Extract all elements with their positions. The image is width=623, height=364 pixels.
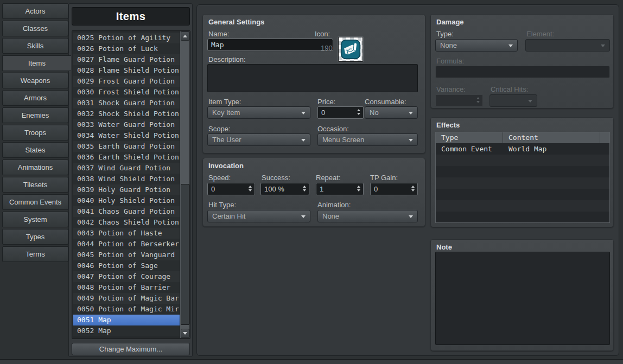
spinner-arrows-icon[interactable] — [249, 186, 252, 191]
effects-row-empty[interactable] — [436, 155, 609, 166]
sidebar-tab-system[interactable]: System — [2, 212, 68, 227]
sidebar-tab-tilesets[interactable]: Tilesets — [2, 177, 68, 193]
items-list-scrollbar[interactable] — [180, 31, 189, 338]
item-row-0046[interactable]: 0046 Potion of Sage — [73, 260, 180, 271]
item-row-0051[interactable]: 0051 Map — [73, 315, 180, 325]
effects-row-0[interactable]: Common EventWorld Map — [436, 143, 609, 155]
item-row-0041[interactable]: 0041 Chaos Guard Potion — [73, 206, 180, 217]
spinner-arrows-icon[interactable] — [411, 186, 415, 191]
scroll-up-button[interactable] — [181, 31, 189, 41]
item-row-0028[interactable]: 0028 Flame Shield Potion — [73, 65, 180, 76]
sidebar-tab-states[interactable]: States — [2, 142, 68, 158]
sidebar-tab-common-events[interactable]: Common Events — [2, 194, 68, 210]
tp-gain-spinner[interactable]: 0 — [370, 183, 418, 195]
icon-picker-button[interactable] — [338, 37, 363, 62]
item-row-0038[interactable]: 0038 Wind Shield Potion — [73, 174, 180, 184]
item-row-0030[interactable]: 0030 Frost Shield Potion — [73, 87, 180, 98]
item-row-0032[interactable]: 0032 Shock Shield Potion — [73, 108, 180, 119]
general-settings-title: General Settings — [208, 18, 264, 26]
damage-title: Damage — [436, 18, 464, 26]
spinner-arrows-icon[interactable] — [303, 186, 306, 191]
name-input[interactable] — [207, 39, 333, 51]
hit-type-dropdown[interactable]: Certain Hit — [207, 210, 310, 222]
effects-row-empty[interactable] — [436, 212, 609, 223]
sidebar-tab-weapons[interactable]: Weapons — [2, 73, 68, 88]
item-row-0031[interactable]: 0031 Shock Guard Potion — [73, 98, 180, 108]
item-row-0049[interactable]: 0049 Potion of Magic Barr… — [73, 293, 180, 304]
note-textarea[interactable] — [435, 252, 610, 345]
scope-dropdown[interactable]: The User — [207, 133, 310, 146]
item-row-0036[interactable]: 0036 Earth Shield Potion — [73, 152, 180, 163]
chevron-down-icon — [301, 112, 306, 114]
sidebar-tab-armors[interactable]: Armors — [2, 90, 68, 106]
item-row-0052[interactable]: 0052 Map — [73, 325, 180, 336]
effects-title: Effects — [436, 121, 460, 129]
sidebar-tab-skills[interactable]: Skills — [2, 38, 68, 54]
scroll-down-icon — [183, 332, 187, 335]
item-row-0047[interactable]: 0047 Potion of Courage — [73, 271, 180, 282]
speed-spinner[interactable]: 0 — [207, 183, 255, 195]
item-row-0033[interactable]: 0033 Water Guard Potion — [73, 119, 180, 130]
item-row-0045[interactable]: 0045 Potion of Vanguard — [73, 250, 180, 260]
item-row-0042[interactable]: 0042 Chaos Shield Potion — [73, 217, 180, 228]
effect-type-cell — [436, 212, 503, 223]
sidebar-tab-terms[interactable]: Terms — [2, 246, 68, 262]
item-row-0050[interactable]: 0050 Potion of Magic Mirror — [73, 304, 180, 315]
sidebar-tab-enemies[interactable]: Enemies — [2, 107, 68, 123]
item-row-0048[interactable]: 0048 Potion of Barrier — [73, 282, 180, 293]
success-label: Success: — [262, 174, 290, 182]
item-row-0039[interactable]: 0039 Holy Guard Potion — [73, 184, 180, 195]
item-type-dropdown[interactable]: Key Item — [207, 106, 310, 119]
item-row-0027[interactable]: 0027 Flame Guard Potion — [73, 54, 180, 65]
item-row-0037[interactable]: 0037 Wind Guard Potion — [73, 163, 180, 174]
spinner-arrows-icon[interactable] — [357, 186, 360, 191]
consumable-label: Consumable: — [365, 98, 406, 106]
price-spinner[interactable]: 0 — [317, 106, 364, 119]
item-row-0026[interactable]: 0026 Potion of Luck — [73, 43, 180, 54]
item-row-0044[interactable]: 0044 Potion of Berserker — [73, 239, 180, 250]
price-label: Price: — [317, 98, 335, 106]
sidebar-tab-actors[interactable]: Actors — [2, 3, 68, 19]
success-spinner[interactable]: 100 % — [260, 183, 309, 195]
item-row-0029[interactable]: 0029 Frost Guard Potion — [73, 76, 180, 87]
occasion-dropdown[interactable]: Menu Screen — [317, 133, 418, 146]
effects-table[interactable]: Type Content Common EventWorld Map — [435, 132, 610, 223]
item-row-0034[interactable]: 0034 Water Shield Potion — [73, 130, 180, 141]
effects-row-empty[interactable] — [436, 189, 609, 200]
repeat-spinner[interactable]: 1 — [316, 183, 364, 195]
sidebar-tab-items[interactable]: Items — [2, 55, 71, 71]
sidebar-tab-types[interactable]: Types — [2, 229, 68, 245]
damage-type-dropdown[interactable]: None — [435, 39, 518, 52]
chevron-down-icon — [301, 139, 306, 142]
sidebar-tab-troops[interactable]: Troops — [2, 125, 68, 141]
general-settings-group: General Settings Name: Icon: 190 Descrip… — [202, 14, 425, 154]
item-row-0025[interactable]: 0025 Potion of Agility — [73, 33, 180, 43]
spinner-arrows-icon — [476, 97, 480, 103]
animation-dropdown[interactable]: None — [317, 210, 418, 222]
effects-row-empty[interactable] — [436, 166, 609, 177]
effect-content-cell — [503, 155, 600, 166]
scroll-down-button[interactable] — [181, 329, 189, 338]
repeat-value: 1 — [320, 185, 323, 193]
effects-row-empty[interactable] — [436, 200, 609, 212]
change-maximum-button[interactable]: Change Maximum... — [72, 343, 190, 355]
item-row-0035[interactable]: 0035 Earth Guard Potion — [73, 141, 180, 152]
description-textarea[interactable] — [207, 64, 418, 92]
effect-type-cell — [436, 200, 503, 212]
scrollbar-thumb[interactable] — [181, 184, 189, 325]
consumable-dropdown[interactable]: No — [365, 106, 418, 119]
item-type-label: Item Type: — [208, 98, 241, 106]
map-icon — [340, 39, 361, 60]
sidebar-tab-animations[interactable]: Animations — [2, 159, 68, 175]
item-row-0043[interactable]: 0043 Potion of Haste — [73, 228, 180, 239]
repeat-label: Repeat: — [316, 174, 341, 182]
effects-row-empty[interactable] — [436, 177, 609, 189]
sidebar-tab-classes[interactable]: Classes — [2, 21, 68, 36]
item-type-value: Key Item — [212, 108, 240, 117]
speed-label: Speed: — [208, 174, 231, 182]
consumable-value: No — [370, 108, 379, 117]
spinner-arrows-icon[interactable] — [357, 109, 360, 115]
item-row-0040[interactable]: 0040 Holy Shield Potion — [73, 195, 180, 206]
price-value: 0 — [321, 108, 325, 117]
effects-table-body: Common EventWorld Map — [436, 143, 609, 223]
